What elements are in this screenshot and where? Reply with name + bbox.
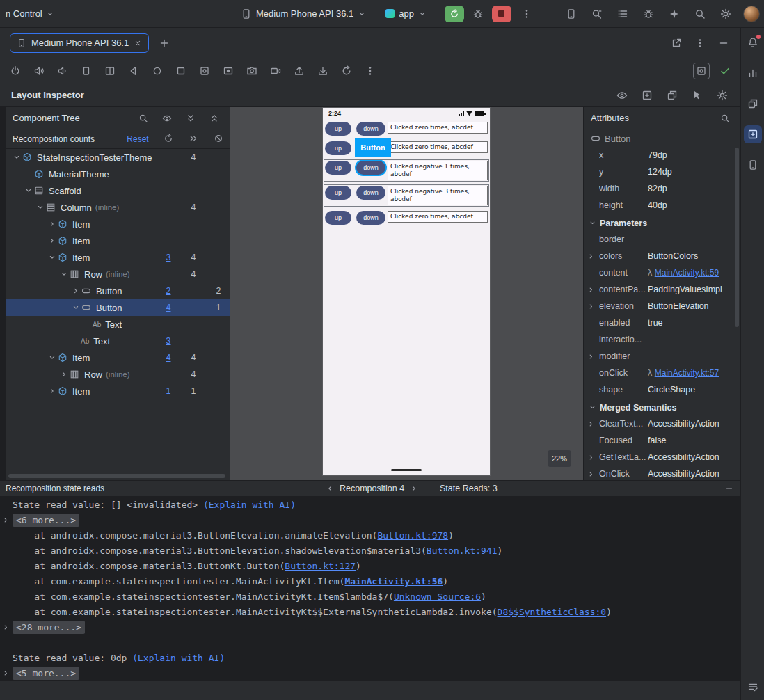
video-button[interactable] bbox=[267, 63, 284, 79]
source-link[interactable]: MainActivity.kt:57 bbox=[655, 368, 719, 378]
reset-counts-link[interactable]: Reset bbox=[124, 134, 152, 144]
chevron-down-icon[interactable] bbox=[70, 303, 81, 313]
more-frames-chip[interactable]: <5 more...> bbox=[13, 667, 79, 680]
ai-search-button[interactable] bbox=[589, 6, 605, 22]
chevron-right-icon[interactable] bbox=[70, 286, 81, 296]
vcs-widget[interactable]: n Control bbox=[6, 8, 54, 19]
attribute-row[interactable]: enabledtrue bbox=[584, 315, 740, 332]
up-button[interactable]: up bbox=[325, 141, 351, 155]
console-source-link[interactable]: MainActivity.kt:56 bbox=[344, 576, 443, 587]
app-item-row[interactable]: updownClicked negative 1 times, abcdef bbox=[324, 160, 488, 181]
next-recomposition-icon[interactable] bbox=[410, 484, 418, 493]
tree-node[interactable]: MaterialTheme bbox=[6, 166, 230, 182]
vertical-scrollbar[interactable] bbox=[735, 148, 739, 327]
minimize-icon[interactable] bbox=[725, 484, 733, 493]
upload-button[interactable] bbox=[291, 63, 308, 79]
attribute-row[interactable]: height40dp bbox=[584, 198, 740, 214]
screen-record-button[interactable] bbox=[220, 63, 237, 79]
tree-node[interactable]: AbText3 bbox=[6, 333, 230, 349]
rerun-button[interactable] bbox=[445, 6, 464, 22]
source-link[interactable]: MainActivity.kt:59 bbox=[655, 268, 719, 278]
run-configuration-selector[interactable]: app bbox=[381, 6, 431, 21]
tree-node[interactable]: Item34 bbox=[6, 249, 230, 266]
attribute-row[interactable]: border bbox=[584, 232, 740, 248]
expand-icon[interactable] bbox=[587, 454, 595, 461]
tree-node[interactable]: StateInspectionTesterTheme4 bbox=[6, 149, 230, 166]
inspector-settings-button[interactable] bbox=[714, 87, 731, 104]
expand-all-button[interactable] bbox=[182, 110, 199, 127]
tree-node[interactable]: Row(inline)4 bbox=[6, 366, 230, 383]
settings-button[interactable] bbox=[717, 6, 734, 22]
chevron-down-icon[interactable] bbox=[47, 253, 57, 263]
previous-recomposition-icon[interactable] bbox=[326, 484, 334, 493]
expand-icon[interactable] bbox=[587, 253, 595, 260]
rotate-left-button[interactable] bbox=[78, 63, 95, 79]
stop-button[interactable] bbox=[492, 6, 511, 22]
device-explorer-button[interactable] bbox=[744, 95, 762, 113]
running-devices-button[interactable] bbox=[744, 156, 762, 174]
gemini-button[interactable] bbox=[666, 6, 683, 22]
attribute-row[interactable]: GetTextLa...AccessibilityAction bbox=[584, 450, 740, 466]
recomposition-count-link[interactable]: 2 bbox=[166, 286, 171, 296]
power-button[interactable] bbox=[7, 63, 24, 79]
tree-node[interactable]: Item11 bbox=[6, 383, 230, 399]
console-settings-button[interactable] bbox=[744, 678, 762, 696]
chevron-right-icon[interactable] bbox=[47, 236, 57, 246]
device-screen[interactable]: 2:24 updownClicked zero times, abcdefupd… bbox=[322, 107, 491, 476]
tree-node[interactable]: Item bbox=[6, 232, 230, 249]
clicks-text-field[interactable]: Clicked zero times, abcdef bbox=[388, 141, 488, 153]
hardware-input-toggle[interactable] bbox=[693, 63, 710, 79]
profiler-button[interactable] bbox=[744, 64, 762, 82]
more-actions-button[interactable] bbox=[518, 6, 535, 22]
expand-icon[interactable] bbox=[587, 470, 595, 478]
attribute-row[interactable]: shapeCircleShape bbox=[584, 382, 740, 399]
up-button[interactable]: up bbox=[325, 122, 351, 136]
counts-column-icon[interactable] bbox=[157, 134, 180, 143]
hide-panel-button[interactable] bbox=[715, 35, 732, 51]
attribute-row[interactable]: ClearText...AccessibilityAction bbox=[584, 416, 740, 433]
chevron-down-icon[interactable] bbox=[35, 202, 45, 213]
chevron-down-icon[interactable] bbox=[58, 269, 69, 280]
open-in-window-button[interactable] bbox=[668, 35, 685, 51]
pick-element-button[interactable] bbox=[689, 87, 706, 104]
app-item-row[interactable]: updownClicked negative 3 times, abcdef bbox=[324, 185, 488, 206]
highlight-off-icon[interactable] bbox=[207, 134, 230, 143]
clicks-text-field[interactable]: Clicked zero times, abcdef bbox=[388, 122, 488, 134]
live-updates-button[interactable] bbox=[614, 87, 630, 104]
console-source-link[interactable]: D8$$SyntheticClass:0 bbox=[498, 607, 607, 617]
tree-search-button[interactable] bbox=[135, 110, 152, 127]
close-icon[interactable] bbox=[134, 39, 142, 47]
device-more-button[interactable] bbox=[362, 63, 379, 79]
attribute-row[interactable]: x79dp bbox=[584, 148, 740, 164]
recomposition-count-link[interactable]: 3 bbox=[166, 253, 171, 262]
restart-device-button[interactable] bbox=[338, 63, 355, 79]
console-source-link[interactable]: Button.kt:978 bbox=[377, 530, 448, 541]
select-mode-button[interactable] bbox=[639, 87, 655, 104]
expand-icon[interactable] bbox=[587, 353, 595, 360]
horizontal-scrollbar[interactable] bbox=[8, 474, 225, 478]
tree-node[interactable]: Item44 bbox=[6, 349, 230, 366]
clicks-text-field[interactable]: Clicked negative 3 times, abcdef bbox=[388, 186, 488, 205]
volume-up-button[interactable] bbox=[31, 63, 47, 79]
notifications-button[interactable] bbox=[744, 33, 762, 51]
console-source-link[interactable]: Unknown Source:6 bbox=[394, 591, 481, 602]
rotate-right-button[interactable] bbox=[102, 63, 118, 79]
camera-button[interactable] bbox=[244, 63, 260, 79]
tree-node[interactable]: Item bbox=[6, 216, 230, 232]
attribute-row[interactable]: OnClickAccessibilityAction bbox=[584, 466, 740, 480]
attribute-row[interactable]: interactio... bbox=[584, 332, 740, 349]
skips-column-icon[interactable] bbox=[182, 134, 205, 143]
console-source-link[interactable]: Button.kt:127 bbox=[285, 561, 356, 571]
device-manager-button[interactable] bbox=[563, 6, 580, 22]
chevron-down-icon[interactable] bbox=[11, 152, 22, 163]
tree-node[interactable]: Column(inline)4 bbox=[6, 199, 230, 216]
tree-filter-button[interactable] bbox=[159, 110, 175, 127]
more-frames-chip[interactable]: <6 more...> bbox=[13, 514, 79, 527]
app-insights-button[interactable] bbox=[640, 6, 657, 22]
chevron-down-icon[interactable] bbox=[47, 353, 57, 363]
attribute-row[interactable]: onClickλ MainActivity.kt:57 bbox=[584, 365, 740, 382]
tree-node[interactable]: Button41 bbox=[6, 299, 230, 316]
up-button[interactable]: up bbox=[325, 211, 351, 225]
tree-node[interactable]: AbText bbox=[6, 316, 230, 333]
attribute-row[interactable]: colorsButtonColors bbox=[584, 248, 740, 265]
